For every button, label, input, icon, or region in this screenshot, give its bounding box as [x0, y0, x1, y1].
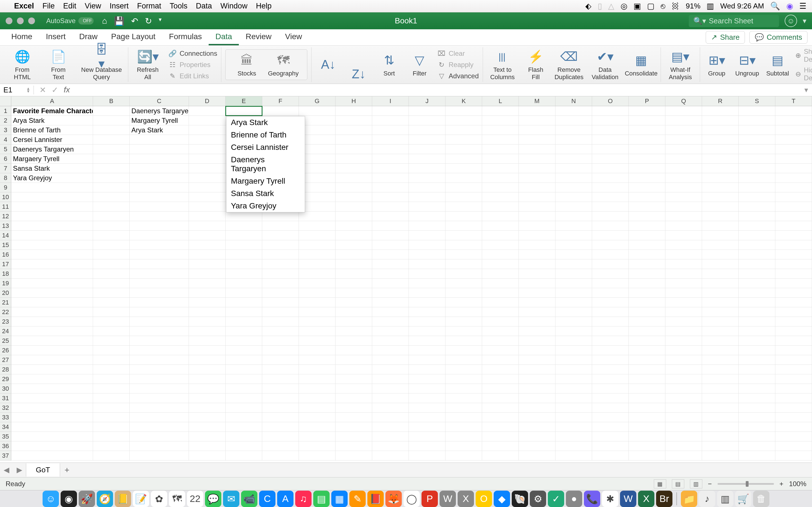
cell-D17[interactable] — [189, 260, 225, 269]
cell-Q11[interactable] — [665, 202, 702, 212]
cell-N24[interactable] — [555, 327, 592, 336]
cell-Q2[interactable] — [665, 116, 702, 125]
cell-T3[interactable] — [775, 125, 812, 135]
cell-J5[interactable] — [409, 145, 446, 154]
cell-F36[interactable] — [262, 441, 299, 451]
cell-O14[interactable] — [592, 231, 629, 240]
cell-J15[interactable] — [409, 240, 446, 250]
cell-K8[interactable] — [446, 173, 482, 183]
cancel-formula-icon[interactable]: ✕ — [40, 86, 46, 95]
cell-A18[interactable] — [11, 269, 93, 279]
cell-T30[interactable] — [775, 384, 812, 393]
cell-A33[interactable] — [11, 413, 93, 422]
cell-P27[interactable] — [629, 355, 665, 365]
cell-J2[interactable] — [409, 116, 446, 125]
cell-Q21[interactable] — [665, 298, 702, 307]
column-header-Q[interactable]: Q — [665, 96, 702, 106]
cell-J34[interactable] — [409, 422, 446, 432]
cell-N29[interactable] — [555, 374, 592, 384]
cell-T27[interactable] — [775, 355, 812, 365]
cell-D7[interactable] — [189, 164, 225, 173]
name-box[interactable]: E1 ▲▼ — [0, 86, 34, 94]
cell-I34[interactable] — [372, 422, 409, 432]
cell-P13[interactable] — [629, 221, 665, 231]
cell-F12[interactable] — [262, 212, 299, 221]
cell-G30[interactable] — [299, 384, 336, 393]
cell-B8[interactable] — [93, 173, 130, 183]
dock-app-viber[interactable]: 📞 — [584, 491, 600, 507]
cell-K7[interactable] — [446, 164, 482, 173]
display-icon[interactable]: ▢ — [647, 1, 654, 11]
qat-customize-icon[interactable]: ▾ — [159, 16, 161, 26]
cell-R12[interactable] — [702, 212, 739, 221]
cell-F23[interactable] — [262, 317, 299, 327]
cell-K11[interactable] — [446, 202, 482, 212]
wifi-icon[interactable]: ᯼ — [672, 1, 679, 11]
sort-asc-button[interactable]: A↓ — [315, 57, 341, 73]
cell-P17[interactable] — [629, 260, 665, 269]
cell-L18[interactable] — [482, 269, 519, 279]
cell-O28[interactable] — [592, 365, 629, 374]
cell-M17[interactable] — [519, 260, 555, 269]
cell-M35[interactable] — [519, 432, 555, 441]
cell-H10[interactable] — [336, 192, 372, 202]
cell-Q35[interactable] — [665, 432, 702, 441]
cell-C26[interactable] — [130, 346, 189, 355]
cell-R2[interactable] — [702, 116, 739, 125]
cell-C17[interactable] — [130, 260, 189, 269]
cell-N10[interactable] — [555, 192, 592, 202]
cell-I27[interactable] — [372, 355, 409, 365]
cell-N15[interactable] — [555, 240, 592, 250]
cell-R34[interactable] — [702, 422, 739, 432]
menu-edit[interactable]: Edit — [63, 2, 77, 10]
cell-S16[interactable] — [739, 250, 775, 260]
cell-Q23[interactable] — [665, 317, 702, 327]
cell-L2[interactable] — [482, 116, 519, 125]
cell-F29[interactable] — [262, 374, 299, 384]
cell-N11[interactable] — [555, 202, 592, 212]
cell-E21[interactable] — [225, 298, 262, 307]
cell-J30[interactable] — [409, 384, 446, 393]
cell-A10[interactable] — [11, 192, 93, 202]
dropdown-item[interactable]: Arya Stark — [226, 116, 305, 129]
row-header[interactable]: 14 — [0, 231, 11, 240]
notifications-icon[interactable]: ☰ — [799, 1, 806, 11]
menu-view[interactable]: View — [85, 2, 101, 10]
cell-E13[interactable] — [225, 221, 262, 231]
cell-A9[interactable] — [11, 183, 93, 192]
cell-M6[interactable] — [519, 154, 555, 164]
cell-K36[interactable] — [446, 441, 482, 451]
cell-J32[interactable] — [409, 403, 446, 413]
cell-G21[interactable] — [299, 298, 336, 307]
cell-G37[interactable] — [299, 451, 336, 460]
cell-T29[interactable] — [775, 374, 812, 384]
cell-H7[interactable] — [336, 164, 372, 173]
cell-B30[interactable] — [93, 384, 130, 393]
dock-app-app6[interactable]: ● — [566, 491, 582, 507]
cell-P15[interactable] — [629, 240, 665, 250]
cell-K19[interactable] — [446, 279, 482, 288]
dock-app-firefox[interactable]: 🦊 — [386, 491, 402, 507]
cell-J28[interactable] — [409, 365, 446, 374]
cell-Q27[interactable] — [665, 355, 702, 365]
cell-K4[interactable] — [446, 135, 482, 145]
cell-M11[interactable] — [519, 202, 555, 212]
cell-B28[interactable] — [93, 365, 130, 374]
row-header[interactable]: 25 — [0, 336, 11, 346]
cell-S31[interactable] — [739, 393, 775, 403]
cell-M25[interactable] — [519, 336, 555, 346]
cell-N8[interactable] — [555, 173, 592, 183]
dropdown-item[interactable]: Daenerys Targaryen — [226, 154, 305, 175]
cell-B4[interactable] — [93, 135, 130, 145]
cell-E31[interactable] — [225, 393, 262, 403]
cell-K30[interactable] — [446, 384, 482, 393]
cell-D37[interactable] — [189, 451, 225, 460]
cell-J14[interactable] — [409, 231, 446, 240]
cell-D32[interactable] — [189, 403, 225, 413]
cell-P28[interactable] — [629, 365, 665, 374]
cell-R25[interactable] — [702, 336, 739, 346]
cell-C21[interactable] — [130, 298, 189, 307]
cell-T34[interactable] — [775, 422, 812, 432]
cell-H15[interactable] — [336, 240, 372, 250]
cell-D18[interactable] — [189, 269, 225, 279]
